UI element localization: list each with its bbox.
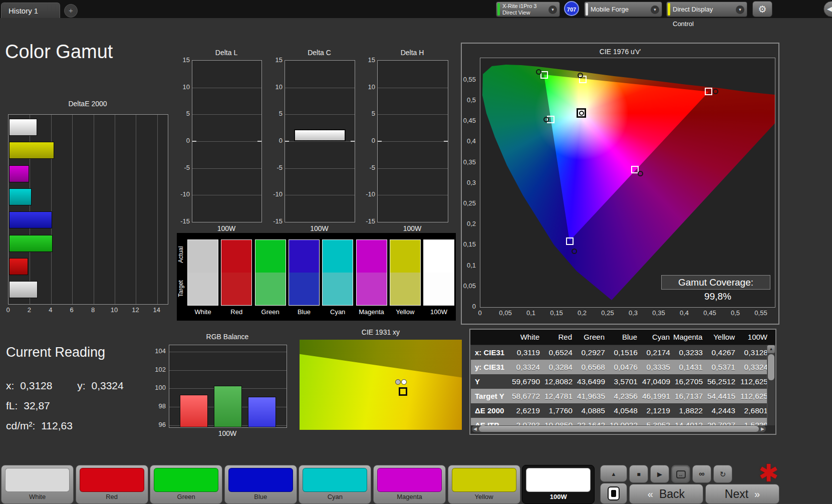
cie1976-chart — [480, 58, 775, 308]
back-button[interactable]: « Back — [629, 484, 703, 504]
axis-tick-label: 10 — [362, 83, 375, 91]
patch-button-yellow[interactable]: Yellow — [448, 465, 520, 504]
cell: 2,0793 — [511, 418, 543, 425]
scroll-left-arrow-icon[interactable]: ◀ — [473, 425, 477, 432]
patch-color-swatch — [526, 468, 591, 492]
patch-button-blue[interactable]: Blue — [224, 465, 297, 504]
axis-tick-label: 4 — [46, 306, 56, 314]
patch-button-red[interactable]: Red — [76, 465, 148, 504]
deltae-bar-white — [9, 119, 37, 136]
workflow-dropdown[interactable]: Direct Display Control ▼ — [666, 2, 747, 17]
row-label: Target Y — [471, 389, 511, 403]
patch-button-magenta[interactable]: Magenta — [373, 465, 446, 504]
cell: 43,6499 — [576, 374, 609, 389]
cell: 41,9635 — [576, 389, 609, 403]
gamut-coverage-value: 99,8% — [704, 291, 731, 302]
stop-button[interactable]: ■ — [629, 465, 648, 483]
patch-button-100w[interactable]: 100W — [522, 465, 595, 504]
scroll-right-arrow-icon[interactable]: ▶ — [761, 425, 764, 432]
axis-tick-label: -5 — [269, 164, 283, 171]
cell: 4,2356 — [609, 389, 641, 403]
white-point-marker — [577, 108, 586, 118]
workflow-status-stripe — [668, 3, 670, 16]
axis-tick-label: 0,05 — [496, 309, 514, 317]
table-horizontal-scrollbar[interactable]: ◀ ▶ — [472, 425, 766, 432]
pattern-range-button[interactable]: ↔ — [671, 465, 690, 483]
collapse-panel-button[interactable]: ◀ — [823, 1, 832, 17]
patch-button-cyan[interactable]: Cyan — [299, 465, 371, 504]
cell: 56,2512 — [706, 374, 739, 389]
red-measured-marker — [713, 89, 718, 94]
axis-tick-label: -10 — [177, 190, 190, 198]
delta-c-x-label: 100W — [285, 224, 354, 232]
axis-tick-label: 0,1 — [522, 309, 540, 317]
cell: 16,2705 — [674, 374, 706, 389]
blue-target-marker — [566, 237, 574, 245]
cell: 0,2174 — [641, 345, 674, 360]
table-row: Y59,679012,808243,64993,570147,040916,27… — [471, 374, 775, 389]
gridline — [115, 115, 115, 304]
next-chevron-icon: » — [754, 488, 760, 500]
meter-count-badge[interactable]: 707 — [564, 1, 579, 16]
gridline — [378, 195, 448, 195]
table-row: y: CIE310,33240,32840,65680,04760,33350,… — [471, 360, 775, 374]
gridline — [378, 88, 448, 88]
cell: 4,2443 — [706, 403, 739, 418]
continuous-read-button[interactable]: ∞ — [692, 465, 711, 483]
target-swatch — [221, 273, 251, 305]
swatch-pair-cyan — [322, 239, 353, 306]
axis-tick-label: 10 — [109, 306, 119, 314]
history-tab[interactable]: History 1 — [1, 3, 60, 18]
patch-button-green[interactable]: Green — [150, 465, 222, 504]
cell: 54,4415 — [706, 389, 739, 403]
row-label: Y — [471, 374, 511, 389]
scroll-up-arrow-icon[interactable]: ▲ — [767, 345, 775, 353]
patch-color-swatch — [452, 468, 516, 492]
source-dropdown[interactable]: Mobile Forge ▼ — [584, 2, 662, 17]
patch-button-label: Red — [76, 493, 148, 500]
meter-dropdown[interactable]: X-Rite i1Pro 3 Direct View ▼ — [496, 2, 560, 17]
table-row: x: CIE310,31190,65240,29270,15160,21740,… — [471, 345, 775, 360]
axis-tick-label: 0,4 — [463, 137, 476, 145]
gridline — [94, 115, 94, 304]
next-button[interactable]: Next » — [705, 484, 779, 504]
expand-up-button[interactable]: ▲ — [600, 465, 627, 482]
table-vertical-scrollbar[interactable]: ▲ — [767, 345, 775, 425]
play-button[interactable]: ▶ — [650, 465, 669, 483]
gridline — [285, 114, 355, 115]
zero-tick — [444, 141, 448, 142]
cie1976-chart-title: CIE 1976 u'v' — [461, 48, 779, 56]
cell: 0,6568 — [576, 360, 609, 374]
axis-tick-label: 0,45 — [701, 309, 719, 317]
axis-tick-label: 8 — [88, 306, 98, 314]
table-body: x: CIE310,31190,65240,29270,15160,21740,… — [471, 345, 775, 425]
axis-tick-label: 0 — [471, 309, 489, 317]
cell: 22,1642 — [576, 418, 609, 425]
play-icon: ▶ — [657, 470, 662, 478]
swatch-label: Yellow — [390, 308, 421, 316]
patch-button-label: Yellow — [448, 493, 520, 500]
patch-button-white[interactable]: White — [1, 465, 74, 504]
settings-button[interactable]: ⚙ — [752, 1, 772, 17]
column-header: Magenta — [673, 330, 706, 345]
add-tab-button[interactable]: + — [64, 4, 78, 18]
patch-button-label: Magenta — [374, 493, 445, 500]
vertical-scroll-thumb[interactable] — [768, 354, 774, 380]
table-row: ΔE 20002,62191,77604,08854,05482,12191,8… — [471, 403, 775, 418]
cell: 0,3284 — [543, 360, 576, 374]
cell: 58,6772 — [511, 389, 543, 403]
actual-swatch — [188, 240, 218, 273]
refresh-button[interactable]: ↻ — [713, 465, 732, 483]
meter-dropdown-text: X-Rite i1Pro 3 Direct View — [502, 2, 546, 17]
rgb-bar-red — [180, 395, 208, 427]
horizontal-scroll-thumb[interactable] — [479, 426, 759, 432]
source-name: Mobile Forge — [591, 2, 649, 17]
green-target-marker — [540, 71, 548, 79]
axis-tick-label: -5 — [177, 164, 190, 171]
patch-color-swatch — [228, 468, 293, 492]
measured-marker — [395, 379, 401, 385]
cell: 0,6524 — [543, 345, 576, 360]
axis-tick-label: 6 — [67, 306, 77, 314]
pattern-window-button[interactable] — [600, 483, 627, 504]
table-corner-cell — [470, 330, 510, 345]
